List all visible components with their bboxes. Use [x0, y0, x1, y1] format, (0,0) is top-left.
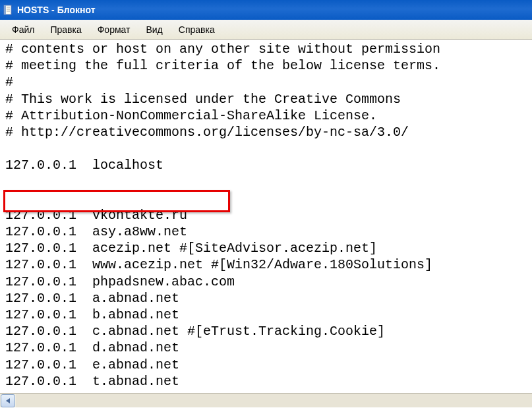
svg-rect-1	[4, 5, 6, 15]
text-line: 127.0.0.1 www.acezip.net #[Win32/Adware.…	[5, 256, 527, 273]
horizontal-scrollbar[interactable]	[0, 393, 532, 407]
text-line	[5, 191, 527, 207]
text-line: # meeting the full criteria of the below…	[5, 57, 527, 74]
menu-help[interactable]: Справка	[171, 22, 223, 38]
text-line: 127.0.0.1 localhost	[5, 157, 527, 173]
text-line: 127.0.0.1 b.abnad.net	[5, 307, 527, 323]
text-line: #	[5, 74, 527, 90]
text-line	[5, 174, 527, 191]
menu-view[interactable]: Вид	[138, 22, 170, 38]
scrollbar-track[interactable]	[16, 394, 532, 407]
text-line: # This work is licensed under the Creati…	[5, 91, 527, 107]
text-line: 127.0.0.1 acezip.net #[SiteAdvisor.acezi…	[5, 240, 527, 256]
text-line: 127.0.0.1 t.abnad.net	[5, 373, 527, 390]
text-line: 127.0.0.1 asy.a8ww.net	[5, 223, 527, 240]
arrow-left-icon	[6, 398, 10, 403]
text-line: # contents or host on any other site wit…	[5, 41, 527, 57]
menu-edit[interactable]: Правка	[42, 22, 89, 38]
titlebar: HOSTS - Блокнот	[0, 0, 532, 20]
text-content[interactable]: # contents or host on any other site wit…	[0, 40, 532, 393]
text-line: # http://creativecommons.org/licenses/by…	[5, 124, 527, 140]
text-line	[5, 140, 527, 157]
text-line: 127.0.0.1 e.abnad.net	[5, 357, 527, 373]
notepad-icon	[3, 5, 13, 15]
menu-format[interactable]: Формат	[90, 22, 138, 38]
titlebar-title: HOSTS - Блокнот	[17, 5, 96, 15]
text-line: 127.0.0.1 vkontakte.ru	[5, 207, 527, 223]
text-line: 127.0.0.1 d.abnad.net	[5, 339, 527, 356]
text-line: # Attribution-NonCommercial-ShareAlike L…	[5, 107, 527, 124]
text-line: 127.0.0.1 c.abnad.net #[eTrust.Tracking.…	[5, 323, 527, 339]
menubar: Файл Правка Формат Вид Справка	[0, 20, 532, 40]
text-line: 127.0.0.1 phpadsnew.abac.com	[5, 274, 527, 290]
scroll-left-button[interactable]	[1, 394, 15, 407]
text-line: 127.0.0.1 a.abnad.net	[5, 290, 527, 307]
menu-file[interactable]: Файл	[4, 22, 42, 38]
